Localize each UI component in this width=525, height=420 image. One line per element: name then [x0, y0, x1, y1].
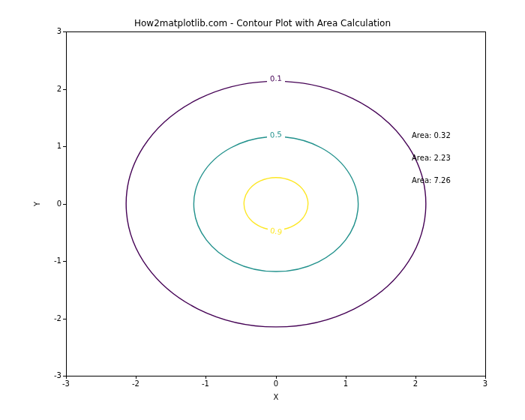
area-annotation: Area: 2.23 — [412, 154, 451, 162]
ytick-label: -1 — [44, 256, 62, 266]
ytick-label: 2 — [44, 85, 62, 94]
ytick-label: 1 — [44, 142, 62, 151]
area-annotation: Area: 0.32 — [412, 131, 451, 140]
chart-title: How2matplotlib.com - Contour Plot with A… — [0, 18, 525, 28]
xtick-label: 1 — [334, 380, 357, 388]
contour-label-0.5: 0.5 — [270, 130, 283, 139]
contour-line-0.5 — [194, 137, 358, 272]
xtick-label: -1 — [194, 380, 217, 388]
xtick-label: 2 — [404, 380, 427, 388]
ytick-label: 3 — [44, 27, 62, 36]
xtick-label: -2 — [124, 380, 147, 388]
figure: How2matplotlib.com - Contour Plot with A… — [0, 0, 525, 420]
ytick-label: 0 — [44, 200, 62, 208]
xtick-label: 3 — [474, 380, 496, 388]
area-annotation: Area: 7.26 — [412, 176, 451, 184]
ytick-label: -2 — [44, 314, 62, 323]
contour-line-0.1 — [126, 82, 426, 327]
contour-line-0.9 — [244, 178, 308, 230]
ytick-label: -3 — [44, 371, 62, 380]
plot-area: 0.1 0.5 0.9 Area: 0.32 Area: 2.23 Area: … — [66, 32, 486, 376]
x-axis-label: X — [66, 393, 486, 401]
xtick-label: 0 — [265, 380, 287, 388]
contour-svg: 0.1 0.5 0.9 — [67, 32, 485, 376]
contour-label-0.1: 0.1 — [270, 74, 283, 82]
contour-label-0.9: 0.9 — [269, 226, 282, 236]
xtick-label: -3 — [55, 380, 77, 388]
y-axis-label: Y — [33, 32, 44, 376]
